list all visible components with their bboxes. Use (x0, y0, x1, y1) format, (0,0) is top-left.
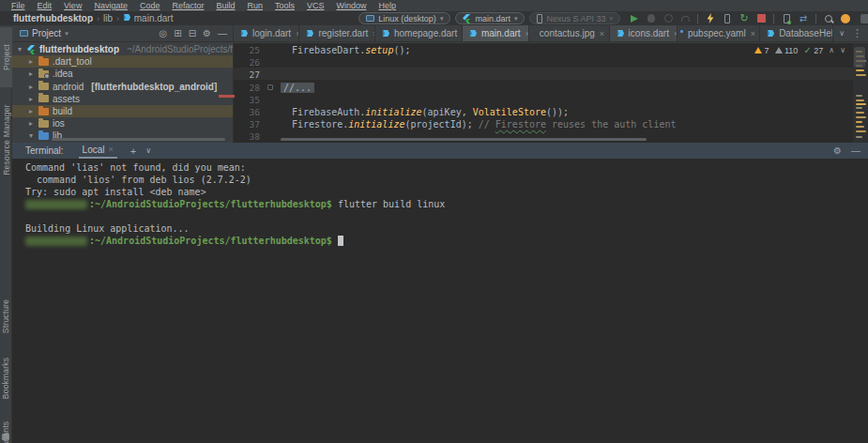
chevron-right-icon[interactable]: ▸ (27, 107, 35, 115)
chevron-right-icon[interactable]: ▸ (27, 57, 35, 66)
menu-item-navigate[interactable]: Navigate (88, 1, 133, 10)
menu-item-window[interactable]: Window (331, 1, 373, 10)
menu-item-file[interactable]: File (6, 1, 31, 10)
editor-tab-databasehelp[interactable]: DatabaseHelp (760, 25, 833, 41)
menu-item-tools[interactable]: Tools (269, 1, 300, 10)
new-terminal-tab-icon[interactable]: + (130, 145, 136, 157)
collapse-all-icon[interactable]: ⊟ (189, 28, 196, 38)
terminal-dropdown-icon[interactable]: ∨ (145, 146, 151, 155)
tree-row-ios[interactable]: ▸ios (12, 117, 233, 130)
inspections-widget[interactable]: 7 110✓ 27∧∨ (754, 45, 845, 55)
device-manager-button[interactable] (781, 13, 792, 24)
chevron-right-icon[interactable]: ▸ (27, 83, 35, 91)
code-line: 36 FirebaseAuth.initialize(apiKey, Volat… (234, 106, 853, 118)
menu-item-build[interactable]: Build (210, 1, 240, 10)
search-everywhere-button[interactable] (823, 13, 834, 24)
chevron-down-icon[interactable]: ▾ (16, 45, 23, 53)
stop-button[interactable] (755, 13, 767, 24)
chevron-right-icon[interactable]: ▸ (27, 69, 35, 78)
expand-all-icon[interactable]: ⊞ (174, 28, 181, 38)
error-stripe[interactable] (853, 43, 868, 143)
editor-tab-login-dart[interactable]: login.dart× (234, 25, 299, 41)
menu-item-edit[interactable]: Edit (32, 1, 58, 10)
toolbar-divider (697, 14, 698, 23)
terminal-output[interactable]: Command 'lias' not found, did you mean: … (12, 159, 868, 443)
menu-item-help[interactable]: Help (373, 1, 403, 10)
terminal-tab-local[interactable]: Local × (79, 144, 117, 159)
breadcrumb-folder[interactable]: lib (103, 13, 113, 23)
error-stripe-thumb[interactable] (854, 47, 865, 68)
tab-close-icon[interactable]: × (751, 29, 755, 38)
stripe-item-resource-manager[interactable]: Resource Manager (0, 91, 12, 189)
dart-file-icon (382, 29, 390, 38)
menu-item-run[interactable]: Run (241, 1, 268, 10)
tree-row--dart-tool[interactable]: ▸.dart_tool (12, 55, 233, 68)
terminal-header: Terminal: Local × + ∨ ⚙— (12, 143, 868, 159)
run-configuration-selector[interactable]: main.dart▾ (455, 12, 525, 24)
tree-row--idea[interactable]: ▸.idea (12, 68, 233, 80)
emulator-selector[interactable]: Nexus S API 33▾ (529, 12, 620, 24)
editor-tab-register-dart[interactable]: register.dart× (299, 25, 375, 41)
terminal-line: :~/AndroidStudioProjects/flutterhubdeskt… (25, 199, 868, 211)
tree-row-assets[interactable]: ▸assets (12, 93, 233, 105)
error-stripe-mark (856, 99, 864, 101)
hot-restart-button[interactable]: ↻ (739, 13, 750, 24)
menu-item-view[interactable]: View (58, 1, 87, 10)
error-stripe-mark (856, 136, 862, 138)
editor-tab-pubspec-yaml[interactable]: pubspec.yaml× (678, 25, 760, 41)
stripe-item-project[interactable]: Project (0, 27, 12, 87)
breadcrumb-file[interactable]: main.dart (123, 13, 173, 23)
code-line: 38 (234, 130, 853, 143)
code-text: FirebaseDart.setup(); (281, 45, 410, 55)
editor-tab-main-dart[interactable]: main.dart× (463, 25, 529, 41)
menu-item-refactor[interactable]: Refactor (166, 1, 209, 10)
chevron-right-icon[interactable]: ▸ (27, 95, 35, 103)
sync-button[interactable]: ⇄ (798, 13, 809, 24)
breadcrumb-project[interactable]: flutterhubdesktop (13, 13, 93, 23)
kebab-menu-icon[interactable]: ⋮ (852, 27, 862, 39)
editor-horizontal-scrollbar[interactable] (281, 138, 647, 141)
hot-reload-button[interactable] (705, 13, 716, 24)
locate-file-icon[interactable]: ◎ (160, 28, 168, 38)
editor-tab-homepage-dart[interactable]: homepage.dart× (375, 25, 463, 41)
menu-item-code[interactable]: Code (134, 1, 166, 10)
chevron-right-icon[interactable]: ▸ (27, 119, 35, 128)
line-number: 25 (234, 45, 260, 55)
dart-file-icon (123, 13, 131, 22)
stripe-item-bookmarks[interactable]: Bookmarks (0, 348, 12, 408)
code-text: FirebaseAuth.initialize(apiKey, Volatile… (281, 107, 569, 117)
terminal-title: Terminal: (25, 145, 64, 156)
code-area: 25 FirebaseDart.setup();262728//...3536 … (234, 44, 853, 143)
tree-row-flutterhubdesktop[interactable]: ▾flutterhubdesktop~/AndroidStudioProject… (12, 43, 233, 55)
previous-issue-icon[interactable]: ∧ (829, 46, 834, 54)
chevron-down-icon[interactable]: ▾ (27, 131, 35, 140)
settings-partial-button[interactable] (857, 13, 868, 24)
minimize-icon[interactable]: — (851, 145, 860, 156)
settings-gear-icon[interactable]: ⚙ (203, 28, 211, 38)
project-panel-title[interactable]: Project (32, 28, 61, 38)
project-view-chevron-icon[interactable]: ▾ (65, 30, 69, 38)
tab-close-icon[interactable]: × (600, 29, 604, 38)
run-button[interactable] (629, 13, 640, 24)
notifications-button[interactable] (840, 13, 851, 24)
project-panel-header: Project ▾ ◎⊞⊟⚙— (12, 25, 233, 42)
fold-marker-icon[interactable] (267, 84, 273, 90)
code-editor[interactable]: 25 FirebaseDart.setup();262728//...3536 … (233, 43, 868, 143)
terminal-tab-close-icon[interactable]: × (108, 145, 113, 154)
settings-gear-icon[interactable]: ⚙ (833, 145, 842, 156)
project-horizontal-scrollbar[interactable] (52, 138, 225, 141)
menu-item-vcs[interactable]: VCS (301, 1, 330, 10)
error-stripe-mark (856, 74, 866, 76)
hide-panel-icon[interactable]: — (218, 28, 227, 38)
stripe-item-structure[interactable]: Structure (0, 286, 12, 346)
editor-tab-contactus-jpg[interactable]: contactus.jpg× (529, 25, 610, 41)
stripe-item-build-variants[interactable]: Build Variants (0, 410, 12, 443)
editor-tab-icons-dart[interactable]: icons.dart× (610, 25, 678, 41)
devtools-button[interactable] (722, 13, 733, 24)
tree-row-android[interactable]: ▸android[flutterhubdesktop_android] (12, 81, 233, 93)
profiler-icon (664, 14, 673, 23)
chevron-down-icon[interactable]: ∨ (839, 29, 845, 38)
tree-row-build[interactable]: ▸build (12, 105, 233, 117)
next-issue-icon[interactable]: ∨ (840, 46, 845, 54)
target-device-selector[interactable]: Linux (desktop)▾ (358, 12, 450, 24)
